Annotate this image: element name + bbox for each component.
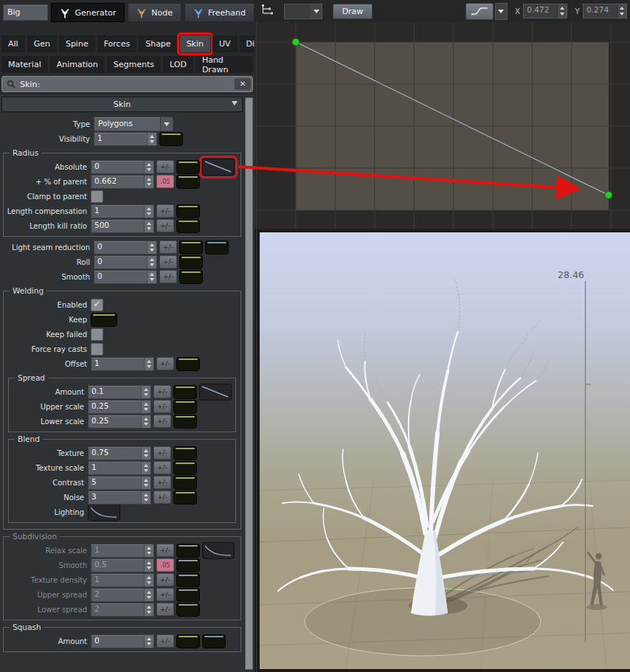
filter-tab-uv[interactable]: UV (212, 35, 238, 52)
param-absolute-spinner[interactable] (144, 161, 153, 173)
spin-down-icon[interactable] (147, 183, 151, 186)
param-amount-curve-thumbnail[interactable] (199, 384, 232, 401)
param-upper-scale-gradient-swatch[interactable] (173, 400, 197, 414)
param-texture-spinner[interactable] (141, 447, 150, 460)
mode-tab-generator[interactable]: Generator (51, 3, 125, 22)
param-length-kill-ratio-gradient-swatch[interactable] (176, 219, 200, 233)
filter-tab-shape[interactable]: Shape (139, 35, 177, 52)
param-lower-scale-gradient-swatch[interactable] (173, 415, 197, 429)
param-absolute-input[interactable]: 0 (91, 160, 154, 174)
param-roll-input[interactable]: 0 (94, 255, 157, 269)
param-smooth-spinner[interactable] (147, 271, 156, 283)
viewport-3d[interactable]: 28.46 (255, 229, 630, 672)
param-upper-scale-spinner[interactable] (141, 401, 150, 413)
param-amount-spinner[interactable] (144, 635, 153, 648)
param-roll-spinner[interactable] (147, 256, 156, 269)
param-type-dropdown[interactable]: Polygons (94, 117, 173, 131)
param-amount-input[interactable]: 0.1 (88, 385, 151, 399)
param-lower-scale-input[interactable]: 0.25 (88, 415, 151, 429)
curve-type-dropdown[interactable] (495, 3, 508, 20)
filter-tab-spine[interactable]: Spine (59, 35, 95, 52)
param-roll-gradient-swatch[interactable] (179, 255, 203, 269)
param-visibility-gradient-swatch[interactable] (159, 132, 183, 146)
draw-button[interactable]: Draw (333, 4, 373, 19)
spin-down-icon[interactable] (150, 263, 154, 266)
param-length-compensation-input[interactable]: 1 (91, 204, 154, 218)
spin-up-icon[interactable] (150, 258, 154, 261)
param-lighting-curve-thumbnail[interactable] (88, 504, 120, 521)
param-texture-scale-relative-button[interactable]: +/- (153, 461, 171, 474)
param-amount-relative-button[interactable]: +/- (153, 385, 171, 398)
curve-editor[interactable] (255, 22, 630, 229)
spin-down-icon[interactable] (150, 278, 154, 281)
mode-tab-node[interactable]: Node (128, 3, 181, 22)
param-contrast-input[interactable]: 5 (88, 476, 151, 490)
param-enabled-checkbox[interactable]: ✓ (91, 299, 103, 311)
param-amount-gradient-swatch[interactable] (173, 385, 197, 399)
param-amount-gradient-swatch[interactable] (202, 634, 226, 648)
curve-point[interactable] (292, 38, 300, 46)
chevron-down-icon[interactable] (232, 101, 238, 105)
spin-down-icon[interactable] (147, 168, 151, 171)
param-absolute-gradient-swatch[interactable] (176, 160, 200, 174)
param-texture-gradient-swatch[interactable] (173, 446, 197, 460)
param-lower-scale-spinner[interactable] (141, 415, 150, 428)
spin-up-icon[interactable] (147, 637, 151, 640)
filter-tab-skin[interactable]: Skin (180, 35, 210, 52)
param-visibility-spinner[interactable] (147, 133, 156, 145)
param-of-parent-input[interactable]: 0.662 (91, 175, 154, 189)
param-clamp-to-parent-checkbox[interactable] (91, 190, 103, 203)
param-length-kill-ratio-input[interactable]: 500 (91, 219, 154, 233)
param-light-seam-reduction-gradient-swatch[interactable] (205, 240, 229, 254)
spin-up-icon[interactable] (147, 360, 151, 363)
param-offset-spinner[interactable] (144, 358, 153, 370)
curve-plot[interactable] (255, 22, 630, 229)
param-texture-scale-gradient-swatch[interactable] (173, 461, 197, 475)
param-noise-gradient-swatch[interactable] (173, 491, 197, 505)
spin-down-icon[interactable] (147, 212, 151, 215)
param-texture-scale-spinner[interactable] (141, 462, 150, 474)
spin-up-icon[interactable] (150, 243, 154, 246)
param-length-compensation-spinner[interactable] (144, 205, 153, 218)
spin-up-icon[interactable] (147, 163, 151, 166)
param-noise-input[interactable]: 3 (88, 491, 151, 505)
param-offset-gradient-swatch[interactable] (176, 357, 200, 371)
spin-down-icon[interactable] (147, 365, 151, 368)
param-roll-relative-button[interactable]: +/- (159, 255, 177, 269)
spin-up-icon[interactable] (144, 418, 148, 420)
filter-tab-all[interactable]: All (1, 35, 25, 52)
spin-down-icon[interactable] (144, 469, 148, 472)
filter-tab-segments[interactable]: Segments (107, 56, 161, 73)
spin-up-icon[interactable] (144, 479, 148, 482)
search-bar[interactable]: Skin: ✕ (1, 76, 253, 92)
param-of-parent-step-button[interactable]: .05 (156, 175, 174, 188)
param-amount-input[interactable]: 0 (91, 634, 154, 648)
filter-tab-hand-drawn[interactable]: Hand Drawn (195, 56, 253, 73)
x-spinner[interactable] (557, 4, 567, 18)
filter-tab-material[interactable]: Material (1, 56, 48, 73)
param-texture-scale-input[interactable]: 1 (88, 461, 151, 475)
param-keep-failed-checkbox[interactable] (91, 328, 103, 341)
param-noise-spinner[interactable] (141, 491, 150, 504)
param-contrast-relative-button[interactable]: +/- (153, 476, 171, 489)
spin-up-icon[interactable] (144, 493, 148, 496)
param-smooth-input[interactable]: 0 (94, 270, 157, 284)
param-light-seam-reduction-gradient-swatch[interactable] (179, 240, 203, 254)
param-absolute-curve-thumbnail[interactable] (202, 159, 235, 176)
param-noise-relative-button[interactable]: +/- (153, 491, 171, 504)
param-contrast-gradient-swatch[interactable] (173, 476, 197, 490)
param-lower-scale-relative-button[interactable]: +/- (153, 415, 171, 428)
panel-scrollbar[interactable] (244, 97, 254, 671)
param-amount-gradient-swatch[interactable] (176, 634, 200, 648)
param-contrast-spinner[interactable] (141, 477, 150, 489)
param-of-parent-spinner[interactable] (144, 176, 153, 188)
filter-tab-forces[interactable]: Forces (97, 35, 137, 52)
param-light-seam-reduction-relative-button[interactable]: +/- (159, 240, 177, 254)
param-amount-spinner[interactable] (141, 386, 150, 398)
section-header-skin[interactable]: Skin (1, 97, 243, 112)
param-light-seam-reduction-input[interactable]: 0 (94, 240, 157, 254)
spin-down-icon[interactable] (147, 642, 151, 645)
spin-up-icon[interactable] (144, 403, 148, 406)
param-offset-input[interactable]: 1 (91, 357, 154, 371)
spin-down-icon[interactable] (144, 408, 148, 411)
